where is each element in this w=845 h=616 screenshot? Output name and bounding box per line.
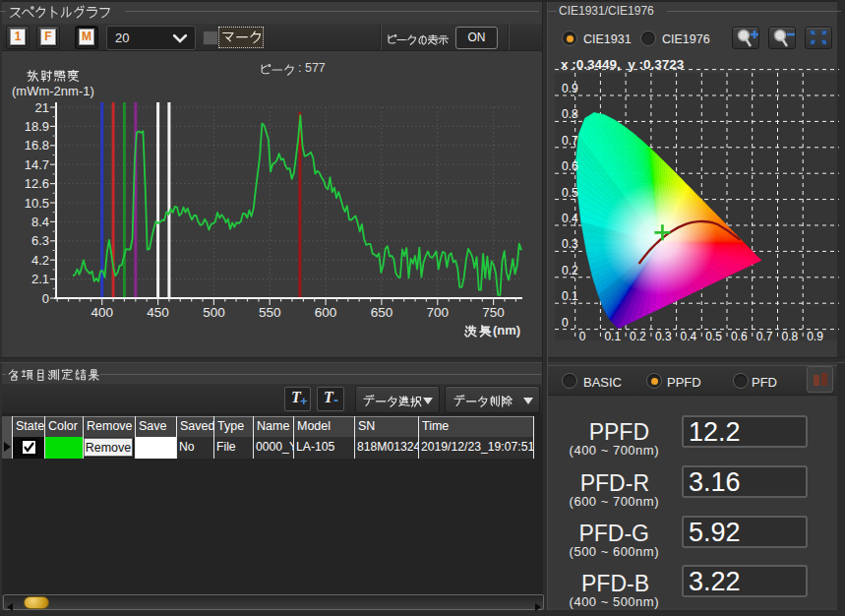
svg-text:6.3: 6.3 — [31, 233, 49, 248]
svg-text:500: 500 — [203, 305, 225, 320]
svg-text:0.5: 0.5 — [562, 186, 578, 200]
svg-text:2.1: 2.1 — [31, 272, 49, 286]
svg-text:400: 400 — [91, 305, 113, 320]
svg-text:10.5: 10.5 — [25, 196, 49, 211]
svg-text:0.1: 0.1 — [562, 289, 578, 303]
svg-text:8.4: 8.4 — [31, 215, 49, 229]
svg-text:4.2: 4.2 — [31, 253, 49, 268]
svg-text:0.3: 0.3 — [562, 237, 578, 251]
svg-text:0.2: 0.2 — [630, 330, 646, 343]
svg-text:0: 0 — [562, 316, 569, 330]
svg-text:0.9: 0.9 — [562, 82, 578, 95]
svg-text:0.9: 0.9 — [807, 330, 823, 343]
svg-text:14.7: 14.7 — [25, 157, 49, 172]
svg-text:0: 0 — [579, 330, 586, 343]
svg-text:16.8: 16.8 — [25, 138, 49, 153]
svg-text:600: 600 — [315, 305, 337, 320]
svg-text:0.7: 0.7 — [562, 134, 578, 148]
svg-text:0.1: 0.1 — [604, 330, 621, 343]
svg-text:650: 650 — [371, 305, 393, 320]
svg-text:0.4: 0.4 — [562, 212, 578, 225]
svg-text:18.9: 18.9 — [25, 119, 49, 134]
svg-text:550: 550 — [259, 305, 281, 320]
svg-text:0.5: 0.5 — [705, 330, 722, 343]
svg-text:700: 700 — [427, 305, 450, 320]
svg-text:21: 21 — [35, 100, 49, 115]
svg-text:450: 450 — [147, 305, 169, 320]
svg-text:0.2: 0.2 — [562, 264, 578, 277]
svg-text:0: 0 — [42, 291, 49, 306]
svg-text:0.6: 0.6 — [562, 159, 578, 173]
svg-text:0.3: 0.3 — [655, 330, 672, 343]
svg-text:0.8: 0.8 — [782, 330, 799, 343]
svg-text:0.4: 0.4 — [681, 330, 697, 343]
svg-text:750: 750 — [482, 305, 505, 320]
svg-text:0.8: 0.8 — [562, 107, 578, 121]
svg-text:12.6: 12.6 — [25, 176, 49, 191]
svg-text:0.6: 0.6 — [731, 330, 748, 343]
svg-text:0.7: 0.7 — [756, 330, 773, 343]
